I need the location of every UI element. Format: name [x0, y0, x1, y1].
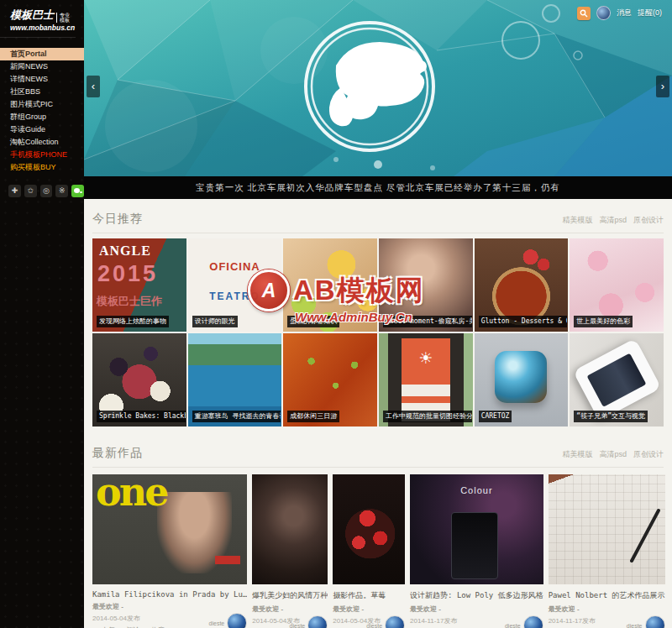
- section-header-today: 今日推荐 精美模版高清psd原创设计: [92, 199, 664, 233]
- today-card[interactable]: Sweet moment-偷窥私房-美女私: [379, 238, 473, 332]
- latest-card[interactable]: oneKamila Filipcikova in Prada by Lu…最受欢…: [92, 474, 247, 628]
- section-links-today: 精美模版高清psd原创设计: [555, 211, 664, 226]
- sidebar-item-bbs[interactable]: 社区BBS: [0, 86, 84, 98]
- latest-author[interactable]: dieste: [505, 615, 543, 628]
- latest-card[interactable]: Colour设计新趋势: Low Poly 低多边形风格最受欢迎 -2014-1…: [410, 474, 543, 628]
- sidebar-item-phone[interactable]: 手机模板PHONE: [0, 149, 84, 161]
- star-icon[interactable]: ✩: [24, 185, 37, 197]
- section-link[interactable]: 精美模版: [562, 450, 592, 458]
- wechat-icon[interactable]: [71, 185, 84, 197]
- latest-meta: 最受欢迎 -2014-11-17发布244 人气 / 0 评论 / 1 热度di…: [549, 604, 665, 628]
- sidebar-item-buy[interactable]: 购买模板BUY: [0, 161, 84, 174]
- camera-icon[interactable]: ◎: [40, 185, 53, 197]
- card-caption: Sweet moment-偷窥私房-美女私: [383, 316, 472, 327]
- card-caption: Sprinkle Bakes: Blackberry: [97, 411, 186, 422]
- thumb-text: ☀: [379, 348, 473, 368]
- card-caption: 发现网络上炫酷的事物: [97, 316, 169, 327]
- thumb-text: OFICINA: [188, 260, 282, 273]
- carousel-prev-icon[interactable]: ‹: [87, 76, 100, 97]
- latest-thumb[interactable]: [549, 474, 665, 584]
- card-caption: 重游塞班岛 寻找逝去的青春记忆: [192, 411, 281, 422]
- latest-card[interactable]: 摄影作品。草莓最受欢迎 -2014-05-04发布35 人气 / 0 评论 / …: [333, 474, 405, 628]
- today-card[interactable]: “筷子兄弟”交互与视觉: [570, 333, 664, 427]
- latest-thumb[interactable]: one: [92, 474, 247, 584]
- sidebar-item-pic[interactable]: 图片模式PIC: [0, 98, 84, 111]
- news-ticker[interactable]: 宝贵第一次 北京车展初次入华品牌车型盘点 尽管北京车展已经举办了第十三届，仍有: [84, 176, 672, 199]
- card-caption: CARETOZ: [479, 411, 512, 422]
- section-links-latest: 精美模版高清psd原创设计: [555, 445, 664, 460]
- today-card[interactable]: ANGLE2015模板巴士巨作发现网络上炫酷的事物: [92, 238, 186, 332]
- card-caption: 工作中规范的批量切图经验分享: [383, 411, 472, 422]
- thumb-text: TEATRO: [188, 290, 282, 302]
- section-title-latest: 最新作品: [92, 446, 143, 461]
- sidebar-item-guide[interactable]: 导读Guide: [0, 123, 84, 136]
- latest-category: 最受欢迎 -: [252, 604, 328, 614]
- latest-card[interactable]: 爆乳美少妇的风情万种最受欢迎 -2014-05-04发布45 人气 / 0 评论…: [252, 474, 328, 628]
- latest-thumb[interactable]: [333, 474, 405, 584]
- section-link[interactable]: 原创设计: [633, 450, 664, 458]
- author-name: dieste: [627, 623, 643, 628]
- notice-link[interactable]: 提醒(0): [638, 8, 662, 18]
- add-icon[interactable]: ✚: [8, 185, 21, 197]
- latest-author[interactable]: dieste: [627, 615, 665, 628]
- today-card[interactable]: 蛋糕的标签知识: [283, 238, 377, 332]
- today-grid: ANGLE2015模板巴士巨作发现网络上炫酷的事物OFICINATEATRO设计…: [92, 238, 664, 427]
- latest-category: 最受欢迎 -: [549, 604, 665, 614]
- sidebar: 模板巴士 专业 模板 www.mobanbus.cn 首页Portal新闻NEW…: [0, 0, 84, 628]
- today-card[interactable]: 世上最美好的色彩: [570, 238, 664, 332]
- page: ‹ › 宝贵第一次 北京车展初次入华品牌车型盘点 尽管北京车展已经举办了第十三届…: [0, 0, 672, 628]
- thumb-text: one: [96, 474, 166, 515]
- today-card[interactable]: Sprinkle Bakes: Blackberry: [92, 333, 186, 427]
- latest-category: 最受欢迎 -: [92, 602, 247, 611]
- today-card[interactable]: ☀工作中规范的批量切图经验分享: [379, 333, 473, 427]
- thumb-text: Colour: [410, 485, 543, 495]
- latest-thumb[interactable]: Colour: [410, 474, 543, 584]
- card-caption: “筷子兄弟”交互与视觉: [574, 411, 648, 422]
- avatar: [227, 613, 247, 628]
- latest-author[interactable]: dieste: [209, 613, 248, 628]
- sidebar-item-collection[interactable]: 淘帖Collection: [0, 136, 84, 149]
- site-logo[interactable]: 模板巴士 专业 模板 www.mobanbus.cn: [0, 0, 76, 38]
- carousel-next-icon[interactable]: ›: [656, 76, 669, 97]
- sidebar-item-group[interactable]: 群组Group: [0, 111, 84, 123]
- footprint-icon[interactable]: ※: [55, 185, 68, 197]
- search-button[interactable]: [577, 7, 591, 20]
- latest-meta: 最受欢迎 -2014-05-04发布42 人气 / 0 评论 / 0 热度die…: [92, 602, 247, 628]
- search-icon: [580, 9, 588, 18]
- section-link[interactable]: 原创设计: [633, 216, 664, 224]
- card-caption: 世上最美好的色彩: [574, 316, 633, 327]
- latest-author[interactable]: dieste: [366, 615, 405, 628]
- latest-title[interactable]: 设计新趋势: Low Poly 低多边形风格: [410, 590, 543, 601]
- logo-url: www.mobanbus.cn: [10, 24, 76, 32]
- section-link[interactable]: 高清psd: [599, 450, 627, 458]
- today-card[interactable]: Glutton - Desserts & Cakes: [475, 238, 569, 332]
- user-avatar[interactable]: [596, 6, 611, 20]
- latest-meta: 最受欢迎 -2014-05-04发布35 人气 / 0 评论 / 0 热度die…: [333, 604, 405, 628]
- today-card[interactable]: OFICINATEATRO设计师的眼光: [188, 238, 282, 332]
- card-caption: Glutton - Desserts & Cakes: [479, 316, 568, 327]
- latest-card[interactable]: Pawel Nolbert 的艺术作品展示最受欢迎 -2014-11-17发布2…: [549, 474, 665, 628]
- latest-title[interactable]: Kamila Filipcikova in Prada by Lu…: [92, 590, 247, 599]
- topbar: 消息 提醒(0): [577, 6, 662, 20]
- latest-title[interactable]: 爆乳美少妇的风情万种: [252, 590, 328, 601]
- latest-title[interactable]: 摄影作品。草莓: [333, 590, 405, 601]
- section-link[interactable]: 高清psd: [599, 216, 627, 224]
- today-card[interactable]: 成都休闲三日游: [283, 333, 377, 427]
- messages-link[interactable]: 消息: [617, 8, 632, 18]
- avatar: [523, 615, 543, 628]
- logo-title: 模板巴士: [10, 8, 54, 23]
- latest-thumb[interactable]: [252, 474, 328, 584]
- today-card[interactable]: 重游塞班岛 寻找逝去的青春记忆: [188, 333, 282, 427]
- sidebar-item-portal[interactable]: 首页Portal: [0, 48, 84, 60]
- sidebar-item-detail[interactable]: 详情NEWS: [0, 73, 84, 86]
- hero-banner[interactable]: [84, 0, 672, 176]
- latest-title[interactable]: Pawel Nolbert 的艺术作品展示: [549, 590, 665, 601]
- latest-category: 最受欢迎 -: [333, 604, 405, 614]
- sidebar-item-news[interactable]: 新闻NEWS: [0, 60, 84, 73]
- today-card[interactable]: CARETOZ: [475, 333, 569, 427]
- latest-grid: oneKamila Filipcikova in Prada by Lu…最受欢…: [92, 474, 664, 628]
- avatar: [307, 615, 328, 628]
- latest-author[interactable]: dieste: [290, 615, 328, 628]
- thumb-text: 模板巴士巨作: [97, 294, 162, 309]
- section-link[interactable]: 精美模版: [562, 216, 592, 224]
